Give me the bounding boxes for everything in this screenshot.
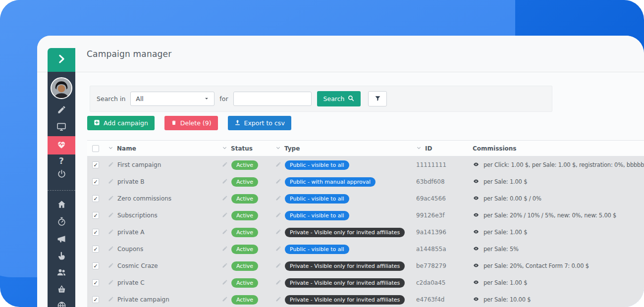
row-checkbox[interactable]: ✓ <box>92 178 99 185</box>
edit-pencil-icon[interactable] <box>222 279 228 287</box>
row-checkbox[interactable]: ✓ <box>92 195 99 202</box>
edit-pencil-icon[interactable] <box>275 178 281 186</box>
type-badge[interactable]: Public - visible to all <box>285 160 349 170</box>
type-badge[interactable]: Public - visible to all <box>285 194 349 204</box>
sidebar: ? <box>48 48 75 307</box>
eye-icon[interactable] <box>473 229 480 236</box>
eye-icon[interactable] <box>473 296 480 304</box>
type-badge[interactable]: Private - Visible only for invited affil… <box>285 261 405 271</box>
eye-icon[interactable] <box>473 195 480 203</box>
sidebar-item-edit[interactable] <box>48 105 75 116</box>
status-badge[interactable]: Active <box>231 211 258 220</box>
edit-pencil-icon[interactable] <box>222 296 228 304</box>
row-checkbox[interactable]: ✓ <box>92 161 99 168</box>
edit-pencil-icon[interactable] <box>108 229 114 236</box>
add-campaign-button[interactable]: Add campaign <box>87 116 155 130</box>
edit-pencil-icon[interactable] <box>275 212 281 219</box>
row-checkbox[interactable]: ✓ <box>92 279 99 286</box>
sidebar-item-power[interactable] <box>48 169 75 181</box>
status-badge[interactable]: Active <box>231 295 258 305</box>
edit-pencil-icon[interactable] <box>222 161 228 169</box>
eye-icon[interactable] <box>473 161 480 169</box>
campaigns-table: Name Status Type <box>87 140 644 307</box>
column-header-name[interactable]: Name <box>104 145 218 152</box>
hand-pointer-icon <box>57 252 66 262</box>
sidebar-item-home[interactable] <box>48 200 75 211</box>
eye-icon[interactable] <box>473 212 480 219</box>
row-checkbox[interactable]: ✓ <box>92 212 99 219</box>
sidebar-toggle-button[interactable] <box>48 48 75 72</box>
column-label: Status <box>231 145 253 152</box>
edit-pencil-icon[interactable] <box>222 262 228 270</box>
export-csv-button[interactable]: Export to csv <box>228 116 291 130</box>
table-row: ✓ private B Active Public - with manual … <box>87 173 644 190</box>
row-checkbox[interactable]: ✓ <box>92 296 99 303</box>
column-header-id[interactable]: ID <box>412 145 469 152</box>
column-header-status[interactable]: Status <box>218 145 271 152</box>
sidebar-item-help[interactable]: ? <box>48 156 75 166</box>
sidebar-item-basket[interactable] <box>48 285 75 296</box>
eye-icon[interactable] <box>473 246 480 253</box>
select-all-checkbox[interactable] <box>92 145 99 152</box>
edit-pencil-icon[interactable] <box>222 229 228 236</box>
edit-pencil-icon[interactable] <box>108 262 114 270</box>
edit-pencil-icon[interactable] <box>108 212 114 219</box>
edit-pencil-icon[interactable] <box>275 195 281 203</box>
edit-pencil-icon[interactable] <box>222 195 228 203</box>
type-badge[interactable]: Private - Visible only for invited affil… <box>285 295 405 305</box>
filter-button[interactable] <box>368 91 387 106</box>
sidebar-item-announcements[interactable] <box>48 234 75 246</box>
avatar-image <box>51 77 72 99</box>
search-input[interactable] <box>233 92 312 106</box>
type-badge[interactable]: Public - visible to all <box>285 211 349 220</box>
search-field-select[interactable]: All <box>130 92 215 106</box>
edit-pencil-icon[interactable] <box>108 246 114 253</box>
edit-pencil-icon[interactable] <box>108 195 114 203</box>
row-checkbox[interactable]: ✓ <box>92 262 99 269</box>
table-row: ✓ Subscriptions Active Public - visible … <box>87 207 644 224</box>
status-badge[interactable]: Active <box>231 177 258 187</box>
row-checkbox[interactable]: ✓ <box>92 229 99 236</box>
eye-icon[interactable] <box>473 178 480 186</box>
edit-pencil-icon[interactable] <box>108 161 114 169</box>
row-checkbox[interactable]: ✓ <box>92 246 99 253</box>
sidebar-item-display[interactable] <box>48 122 75 134</box>
type-badge[interactable]: Private - Visible only for invited affil… <box>285 228 405 237</box>
type-badge[interactable]: Private - Visible only for invited affil… <box>285 278 405 288</box>
type-badge[interactable]: Public - visible to all <box>285 245 349 254</box>
type-badge[interactable]: Public - with manual approval <box>285 177 376 187</box>
status-badge[interactable]: Active <box>231 160 258 170</box>
eye-icon[interactable] <box>473 262 480 270</box>
edit-pencil-icon[interactable] <box>275 296 281 304</box>
status-badge[interactable]: Active <box>231 194 258 204</box>
edit-pencil-icon[interactable] <box>275 229 281 236</box>
edit-pencil-icon[interactable] <box>108 178 114 186</box>
edit-pencil-icon[interactable] <box>275 279 281 287</box>
edit-pencil-icon[interactable] <box>108 296 114 304</box>
campaign-name: private C <box>117 279 145 286</box>
campaign-name: private B <box>117 178 144 185</box>
status-badge[interactable]: Active <box>231 278 258 288</box>
commissions-text: per Sale: 10.00 $ <box>483 296 531 303</box>
commissions-text: per Sale: 5% <box>483 246 519 253</box>
sidebar-item-globe[interactable] <box>48 301 75 307</box>
status-badge[interactable]: Active <box>231 228 258 237</box>
edit-pencil-icon[interactable] <box>222 178 228 186</box>
delete-button[interactable]: Delete (9) <box>164 116 218 130</box>
column-header-type[interactable]: Type <box>271 145 412 152</box>
edit-pencil-icon[interactable] <box>275 246 281 253</box>
search-button[interactable]: Search <box>317 91 361 106</box>
status-badge[interactable]: Active <box>231 245 258 254</box>
sidebar-item-users[interactable] <box>48 267 75 279</box>
sidebar-item-pointer[interactable] <box>48 252 75 262</box>
sidebar-item-timer[interactable] <box>48 217 75 228</box>
edit-pencil-icon[interactable] <box>222 212 228 219</box>
edit-pencil-icon[interactable] <box>108 279 114 287</box>
edit-pencil-icon[interactable] <box>275 161 281 169</box>
edit-pencil-icon[interactable] <box>275 262 281 270</box>
eye-icon[interactable] <box>473 279 480 287</box>
edit-pencil-icon[interactable] <box>222 246 228 253</box>
status-badge[interactable]: Active <box>231 261 258 271</box>
avatar[interactable] <box>48 77 75 99</box>
sidebar-item-affiliate-active[interactable] <box>48 136 75 154</box>
